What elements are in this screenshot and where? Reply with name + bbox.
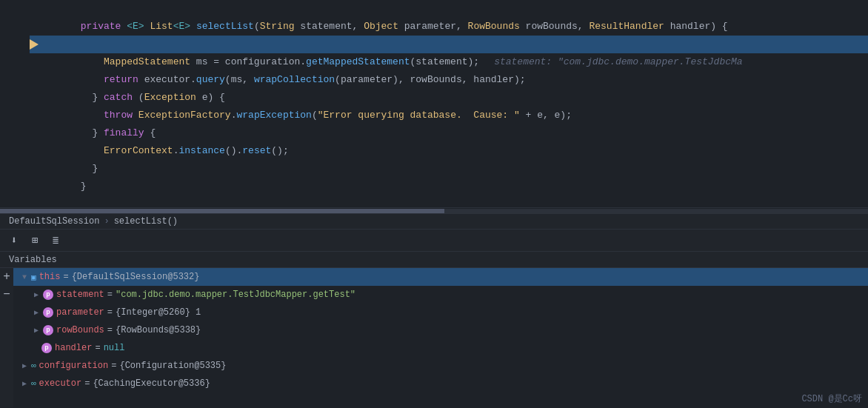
debug-arrow (30, 39, 39, 50)
scrollbar-thumb[interactable] (0, 209, 444, 213)
var-eq-executor: = (84, 378, 90, 389)
var-val-handler: null (104, 343, 125, 353)
line-number-7 (0, 107, 30, 124)
toolbar-button-2[interactable]: ⊞ (27, 233, 43, 249)
var-eq-configuration: = (111, 361, 116, 371)
line-number-9 (0, 142, 30, 160)
debug-indicator-2 (30, 18, 40, 36)
code-content-7: } finally { (40, 107, 868, 124)
configuration-icon: ∞ (31, 361, 36, 370)
expand-parameter-icon[interactable] (31, 308, 41, 317)
debug-indicator-10 (30, 160, 40, 178)
code-content-10: } (40, 160, 868, 178)
var-eq-parameter: = (107, 307, 113, 318)
debug-indicator-4 (30, 53, 40, 71)
code-content-2: try { (40, 18, 868, 36)
code-line-7: } finally { (0, 107, 868, 124)
line-number-11 (0, 178, 30, 195)
variable-row-rowbounds[interactable]: p rowBounds = {RowBounds@5338} (13, 321, 868, 339)
debug-indicator-9 (30, 142, 40, 160)
var-name-statement: statement (56, 290, 104, 300)
debug-indicator-3 (30, 36, 40, 53)
code-line-1: private <E> List<E> selectList(String st… (0, 0, 868, 18)
var-eq-rowbounds: = (107, 325, 113, 335)
code-line-8: ErrorContext.instance().reset(); (0, 124, 868, 142)
var-val-this: {DefaultSqlSession@5332} (72, 272, 200, 282)
variables-header: Variables (0, 252, 868, 268)
line-number-1 (0, 0, 30, 18)
var-name-handler: handler (55, 343, 92, 353)
expand-rowbounds-icon[interactable] (31, 326, 41, 335)
expand-this-icon[interactable] (19, 273, 30, 281)
variable-row-handler[interactable]: p handler = null (13, 339, 868, 357)
expand-configuration-icon[interactable] (19, 361, 30, 370)
code-editor: private <E> List<E> selectList(String st… (0, 0, 868, 207)
remove-watch-button[interactable]: − (0, 286, 13, 304)
var-name-this: this (39, 272, 61, 282)
code-line-4: return executor.query(ms, wrapCollection… (0, 53, 868, 71)
variables-label: Variables (9, 255, 57, 265)
executor-icon: ∞ (31, 379, 36, 388)
add-watch-button[interactable]: + (0, 268, 13, 286)
horizontal-scrollbar[interactable] (0, 207, 868, 213)
side-buttons: + − (0, 268, 13, 407)
debug-indicator-6 (30, 89, 40, 107)
code-content-1: private <E> List<E> selectList(String st… (40, 0, 868, 18)
var-eq-handler: = (95, 343, 100, 353)
code-line-2: try { (0, 18, 868, 36)
variable-row-executor[interactable]: ∞ executor = {CachingExecutor@5336} (13, 375, 868, 392)
breadcrumb-part1[interactable]: DefaultSqlSession (9, 216, 99, 227)
code-content-9: } (40, 142, 868, 160)
variable-row-this[interactable]: ▣ this = {DefaultSqlSession@5332} (13, 268, 868, 286)
debug-toolbar: ⬇ ⊞ ≣ (0, 230, 868, 252)
variables-list: ▣ this = {DefaultSqlSession@5332} p stat… (13, 268, 868, 407)
code-line-11 (0, 178, 868, 195)
variable-row-parameter[interactable]: p parameter = {Integer@5260} 1 (13, 304, 868, 321)
code-content-6: throw ExceptionFactory.wrapException("Er… (40, 89, 868, 107)
line-number-8 (0, 124, 30, 142)
line-number-6 (0, 89, 30, 107)
debug-indicator-8 (30, 124, 40, 142)
var-eq-statement: = (107, 290, 113, 300)
code-content-5: } catch (Exception e) { (40, 71, 868, 89)
breadcrumb: DefaultSqlSession › selectList() (0, 213, 868, 230)
handler-icon: p (41, 343, 52, 353)
debug-indicator-11 (30, 178, 40, 195)
var-name-parameter: parameter (56, 307, 104, 318)
toolbar-button-1[interactable]: ⬇ (6, 233, 22, 249)
var-val-executor: {CachingExecutor@5336} (93, 378, 210, 389)
scrollbar-track (0, 209, 868, 213)
parameter-icon: p (43, 307, 53, 318)
debug-indicator-5 (30, 71, 40, 89)
expand-executor-icon[interactable] (19, 379, 30, 388)
watermark: CSDN @是Cc呀 (801, 392, 862, 405)
variables-panel: + − ▣ this = {DefaultSqlSession@5332} p … (0, 268, 868, 407)
var-name-rowbounds: rowBounds (56, 325, 104, 335)
debug-indicator-1 (30, 0, 40, 18)
var-val-statement: "com.jdbc.demo.mapper.TestJdbcMapper.get… (116, 290, 355, 300)
code-line-5: } catch (Exception e) { (0, 71, 868, 89)
debug-panel: ⬇ ⊞ ≣ Variables + − ▣ this = {DefaultSql… (0, 230, 868, 407)
toolbar-button-3[interactable]: ≣ (47, 233, 64, 249)
code-line-3: MappedStatement ms = configuration.getMa… (0, 36, 868, 53)
line-number-10 (0, 160, 30, 178)
rowbounds-icon: p (43, 325, 53, 335)
code-line-6: throw ExceptionFactory.wrapException("Er… (0, 89, 868, 107)
line-number-2 (0, 18, 30, 36)
code-line-10: } (0, 160, 868, 178)
variable-row-statement[interactable]: p statement = "com.jdbc.demo.mapper.Test… (13, 286, 868, 304)
this-icon: ▣ (31, 272, 36, 282)
statement-icon: p (43, 290, 53, 300)
var-val-rowbounds: {RowBounds@5338} (116, 325, 201, 335)
line-number-4 (0, 53, 30, 71)
var-val-configuration: {Configuration@5335} (119, 361, 226, 371)
var-val-parameter: {Integer@5260} 1 (116, 307, 201, 318)
line-number-5 (0, 71, 30, 89)
expand-statement-icon[interactable] (31, 290, 41, 299)
var-name-configuration: configuration (39, 361, 109, 371)
code-content-11 (40, 178, 868, 195)
breadcrumb-separator: › (104, 216, 109, 227)
variable-row-configuration[interactable]: ∞ configuration = {Configuration@5335} (13, 357, 868, 375)
code-line-9: } (0, 142, 868, 160)
breadcrumb-part2[interactable]: selectList() (114, 216, 178, 227)
